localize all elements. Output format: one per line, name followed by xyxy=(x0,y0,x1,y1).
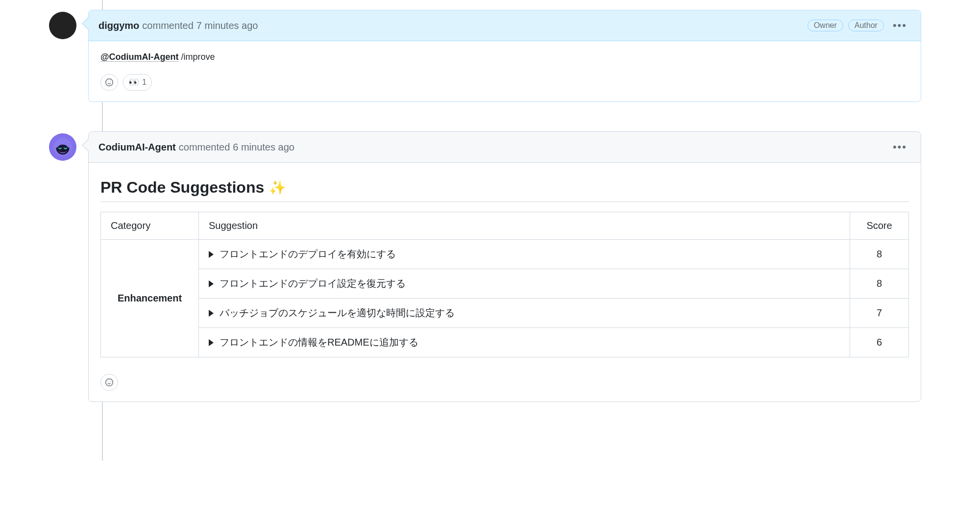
svg-point-1 xyxy=(108,81,108,82)
score-cell: 8 xyxy=(850,269,909,299)
triangle-right-icon xyxy=(209,251,214,258)
comment-header-left: diggymo commented 7 minutes ago xyxy=(98,20,258,31)
comment-item: diggymo commented 7 minutes ago Owner Au… xyxy=(49,10,921,102)
triangle-right-icon xyxy=(209,280,214,287)
eyes-icon: 👀 xyxy=(128,77,139,88)
suggestions-heading: PR Code Suggestions ✨ xyxy=(100,178,909,197)
comment-header: diggymo commented 7 minutes ago Owner Au… xyxy=(89,10,921,41)
svg-point-5 xyxy=(106,379,113,386)
reactions-bar xyxy=(100,374,909,391)
svg-point-2 xyxy=(110,81,111,82)
score-cell: 6 xyxy=(850,328,909,357)
author-link[interactable]: diggymo xyxy=(98,20,139,31)
comment-time[interactable]: 7 minutes ago xyxy=(196,20,258,31)
suggestion-cell: フロントエンドの情報をREADMEに追加する xyxy=(199,328,850,357)
mention-link[interactable]: @CodiumAI-Agent xyxy=(100,52,179,62)
suggestion-text: フロントエンドのデプロイを有効にする xyxy=(220,248,396,261)
suggestion-text: バッチジョブのスケジュールを適切な時間に設定する xyxy=(220,306,455,320)
heading-rule xyxy=(100,201,909,202)
suggestion-cell: バッチジョブのスケジュールを適切な時間に設定する xyxy=(199,299,850,328)
table-row: Enhancement フロントエンドのデプロイを有効にする 8 xyxy=(101,240,909,269)
comment-time[interactable]: 6 minutes ago xyxy=(233,142,294,153)
table-row: フロントエンドの情報をREADMEに追加する 6 xyxy=(101,328,909,357)
comment-header-left: CodiumAI-Agent commented 6 minutes ago xyxy=(98,142,294,153)
command-text: /improve xyxy=(179,52,215,62)
table-row: フロントエンドのデプロイ設定を復元する 8 xyxy=(101,269,909,299)
category-cell: Enhancement xyxy=(101,240,199,357)
comment-menu-button[interactable]: ••• xyxy=(889,17,911,34)
smiley-icon xyxy=(105,378,114,387)
comment-header-right: ••• xyxy=(889,139,911,155)
bot-avatar-icon xyxy=(53,137,73,157)
suggestion-text: フロントエンドのデプロイ設定を復元する xyxy=(220,277,406,290)
comment-text: @CodiumAI-Agent /improve xyxy=(100,52,909,62)
svg-point-0 xyxy=(106,79,113,86)
comment-box: diggymo commented 7 minutes ago Owner Au… xyxy=(88,10,921,102)
comment-header: CodiumAI-Agent commented 6 minutes ago •… xyxy=(89,132,921,163)
avatar-diggymo[interactable] xyxy=(49,12,76,39)
suggestion-toggle[interactable]: バッチジョブのスケジュールを適切な時間に設定する xyxy=(209,306,455,320)
reactions-bar: 👀 1 xyxy=(100,74,909,91)
score-cell: 8 xyxy=(850,240,909,269)
comment-item: CodiumAI-Agent commented 6 minutes ago •… xyxy=(49,131,921,402)
heading-text: PR Code Suggestions xyxy=(100,178,264,197)
reaction-eyes[interactable]: 👀 1 xyxy=(123,74,152,91)
triangle-right-icon xyxy=(209,339,214,346)
score-cell: 7 xyxy=(850,299,909,328)
comment-body: @CodiumAI-Agent /improve 👀 1 xyxy=(89,41,921,101)
badge-author: Author xyxy=(848,20,884,31)
comment-header-right: Owner Author ••• xyxy=(808,17,911,34)
suggestions-table: Category Suggestion Score Enhancement フロ… xyxy=(100,212,909,357)
badge-owner: Owner xyxy=(808,20,843,31)
author-link[interactable]: CodiumAI-Agent xyxy=(98,142,176,153)
suggestion-toggle[interactable]: フロントエンドのデプロイ設定を復元する xyxy=(209,277,406,290)
col-category: Category xyxy=(101,212,199,240)
sparkles-icon: ✨ xyxy=(269,179,286,196)
svg-point-7 xyxy=(110,381,111,382)
comment-action: commented xyxy=(179,142,230,153)
suggestion-text: フロントエンドの情報をREADMEに追加する xyxy=(220,336,418,349)
col-score: Score xyxy=(850,212,909,240)
suggestion-cell: フロントエンドのデプロイを有効にする xyxy=(199,240,850,269)
avatar-codiumai-agent[interactable] xyxy=(49,133,76,161)
suggestion-cell: フロントエンドのデプロイ設定を復元する xyxy=(199,269,850,299)
svg-point-6 xyxy=(108,381,108,382)
suggestion-toggle[interactable]: フロントエンドの情報をREADMEに追加する xyxy=(209,336,418,349)
smiley-icon xyxy=(105,78,114,87)
comment-body: PR Code Suggestions ✨ Category Suggestio… xyxy=(89,163,921,401)
comment-menu-button[interactable]: ••• xyxy=(889,139,911,155)
reaction-count: 1 xyxy=(142,78,147,87)
col-suggestion: Suggestion xyxy=(199,212,850,240)
comment-box: CodiumAI-Agent commented 6 minutes ago •… xyxy=(88,131,921,402)
suggestion-toggle[interactable]: フロントエンドのデプロイを有効にする xyxy=(209,248,396,261)
add-reaction-button[interactable] xyxy=(100,374,118,391)
triangle-right-icon xyxy=(209,310,214,317)
add-reaction-button[interactable] xyxy=(100,74,118,91)
comment-action: commented xyxy=(142,20,194,31)
table-row: バッチジョブのスケジュールを適切な時間に設定する 7 xyxy=(101,299,909,328)
timeline: diggymo commented 7 minutes ago Owner Au… xyxy=(0,0,980,461)
